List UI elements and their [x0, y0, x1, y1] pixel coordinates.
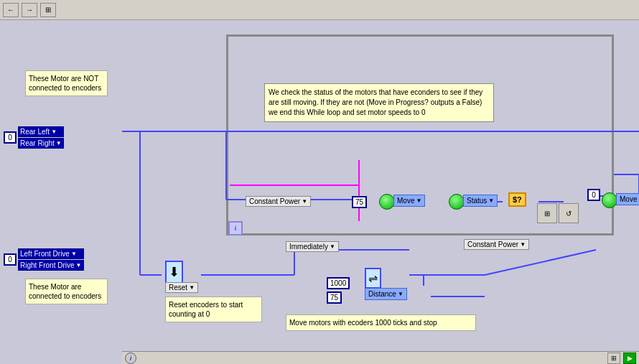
bottom-icon-1[interactable]: ⊞ [607, 353, 620, 364]
reset-dropdown[interactable]: Reset [165, 282, 198, 293]
sq-block[interactable]: $? [508, 192, 526, 207]
note-reset: Reset encoders to start counting at 0 [165, 297, 262, 322]
relay-icon[interactable]: ⇌ [365, 268, 381, 289]
move-block-1[interactable]: Move [393, 195, 425, 207]
green-circle-move-1 [379, 194, 395, 210]
feedback-icon-1[interactable]: ⊞ [537, 203, 557, 223]
green-circle-move-2 [602, 192, 617, 208]
toolbar: ← → ⊞ [0, 0, 639, 20]
value-75-input-1[interactable]: 75 [352, 196, 367, 208]
input-rear-value[interactable]: 0 [4, 131, 17, 144]
dropdown-left-front[interactable]: Left Front Drive [18, 248, 84, 259]
bottom-bar: i ⊞ ▶ [122, 351, 639, 364]
encoder-icon[interactable]: ⬇ [165, 261, 183, 284]
constant-power-dropdown-1[interactable]: Constant Power [246, 196, 311, 207]
status-block[interactable]: Status [463, 195, 498, 207]
iteration-counter: i [228, 221, 243, 235]
bottom-icon-2[interactable]: ▶ [623, 353, 636, 364]
grid-button[interactable]: ⊞ [40, 3, 56, 17]
value-0-input[interactable]: 0 [587, 189, 600, 201]
dropdown-rear-left[interactable]: Rear Left [18, 126, 64, 137]
canvas-area: We check the status of the motors that h… [122, 20, 639, 364]
feedback-icon-2[interactable]: ↺ [559, 203, 579, 223]
note-not-connected: These Motor are NOT connected to encoder… [25, 70, 108, 96]
immediately-dropdown[interactable]: Immediately [286, 241, 339, 252]
canvas-inner: We check the status of the motors that h… [122, 20, 639, 364]
svg-line-19 [485, 250, 596, 275]
value-1000-input[interactable]: 1000 [327, 277, 350, 289]
dropdown-right-front[interactable]: Right Front Drive [18, 260, 84, 271]
forward-button[interactable]: → [22, 3, 37, 17]
comment-box: We check the status of the motors that h… [264, 83, 494, 122]
info-icon-bottom[interactable]: i [125, 353, 136, 364]
move-block-2[interactable]: Move [616, 193, 639, 205]
note-connected: These Motor are connected to encoders [25, 279, 108, 304]
green-circle-status [449, 194, 465, 210]
left-panel: These Motor are NOT connected to encoder… [0, 20, 122, 364]
value-75-input-2[interactable]: 75 [327, 291, 342, 304]
back-button[interactable]: ← [3, 3, 19, 17]
note-move-encoders: Move motors with ecoders 1000 ticks and … [286, 314, 476, 331]
input-front-group: 0 Left Front Drive Right Front Drive [4, 248, 84, 271]
input-rear-group: 0 Rear Left Rear Right [4, 126, 64, 149]
distance-dropdown[interactable]: Distance [365, 288, 407, 300]
constant-power-dropdown-2[interactable]: Constant Power [464, 239, 529, 250]
input-front-value[interactable]: 0 [4, 253, 17, 266]
dropdown-rear-right[interactable]: Rear Right [18, 138, 64, 149]
